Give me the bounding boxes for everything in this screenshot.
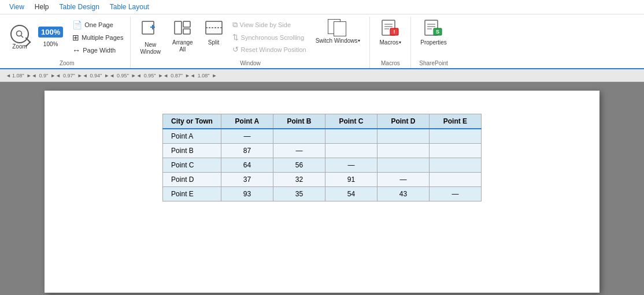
table-header-2: Point B	[273, 114, 325, 129]
table-row: Point C6456—	[163, 158, 482, 173]
ruler-arrow-left: ◄	[6, 73, 11, 79]
new-window-button[interactable]: NewWindow	[135, 17, 165, 58]
table-row: Point D373291—	[163, 173, 482, 187]
ribbon-group-sharepoint: S Properties SharePoint	[411, 17, 456, 68]
zoom-100-label: 100%	[43, 41, 58, 48]
ruler-m8: 1.08"	[198, 73, 210, 79]
table-cell-4-5: —	[429, 187, 481, 201]
sync-scroll-button: ⇅ Synchronous Scrolling	[230, 32, 309, 43]
split-button[interactable]: Split	[200, 17, 228, 48]
macros-label: Macros ▾	[379, 39, 401, 46]
ruler-m1: 1.08"	[12, 73, 24, 79]
switch-windows-button[interactable]: Switch Windows ▾	[311, 17, 365, 46]
ruler-sep2: ►◄	[50, 73, 61, 79]
ruler-m3: 0.97"	[63, 73, 75, 79]
table-cell-2-0: Point C	[163, 158, 221, 173]
zoom-100-button[interactable]: 100% 100%	[35, 24, 66, 50]
window-group-label: Window	[240, 60, 261, 68]
ruler-m2: 0.9"	[39, 73, 48, 79]
ribbon: Zoom 100% 100% 📄 One Page ⊞ Multiple Pag…	[0, 14, 644, 69]
ribbon-group-window: NewWindow ArrangeAll	[131, 17, 370, 68]
macros-button[interactable]: ! Macros ▾	[375, 17, 406, 48]
svg-rect-5	[175, 21, 182, 34]
content-area: City or TownPoint APoint BPoint CPoint D…	[0, 82, 644, 295]
table-cell-2-3: —	[325, 158, 377, 173]
ruler-sep4: ►◄	[104, 73, 114, 79]
one-page-label: One Page	[84, 21, 113, 28]
properties-label: Properties	[420, 39, 447, 46]
svg-rect-6	[183, 21, 190, 27]
reset-window-icon: ↺	[232, 45, 239, 54]
menu-view[interactable]: View	[5, 1, 29, 13]
arrange-all-label: ArrangeAll	[172, 39, 193, 53]
table-cell-0-2	[273, 129, 325, 144]
table-cell-0-1: —	[221, 129, 273, 144]
arrange-all-button[interactable]: ArrangeAll	[168, 17, 198, 55]
table-cell-1-1: 87	[221, 144, 273, 158]
table-cell-3-4: —	[377, 173, 429, 187]
reset-window-label: Reset Window Position	[241, 46, 306, 53]
sync-scroll-icon: ⇅	[232, 33, 239, 42]
table-cell-4-0: Point E	[163, 187, 221, 201]
switch-windows-icon	[328, 19, 349, 36]
switch-windows-label: Switch Windows ▾	[316, 38, 361, 44]
one-page-icon: 📄	[72, 20, 82, 29]
table-header-4: Point D	[377, 114, 429, 129]
new-window-icon	[141, 19, 160, 40]
table-cell-3-2: 32	[273, 173, 325, 187]
ruler-sep7: ►◄	[185, 73, 195, 79]
table-cell-2-5	[429, 158, 481, 173]
multiple-pages-button[interactable]: ⊞ Multiple Pages	[70, 32, 125, 43]
ruler-sep1: ►◄	[27, 73, 37, 79]
svg-text:S: S	[436, 29, 439, 35]
menu-help[interactable]: Help	[30, 1, 54, 13]
ruler-content: ◄ 1.08" ►◄ 0.9" ►◄ 0.97" ►◄ 0.94" ►◄ 0.9…	[6, 73, 638, 79]
data-table: City or TownPoint APoint BPoint CPoint D…	[162, 114, 482, 201]
one-page-button[interactable]: 📄 One Page	[70, 19, 125, 31]
svg-line-1	[21, 35, 24, 38]
table-cell-1-3	[325, 144, 377, 158]
table-cell-1-5	[429, 144, 481, 158]
ruler-m6: 0.95"	[144, 73, 156, 79]
reset-window-button: ↺ Reset Window Position	[230, 44, 309, 55]
table-cell-3-1: 37	[221, 173, 273, 187]
properties-button[interactable]: S Properties	[416, 17, 451, 48]
table-header-1: Point A	[221, 114, 273, 129]
split-icon	[205, 19, 223, 38]
table-cell-2-2: 56	[273, 158, 325, 173]
svg-rect-7	[183, 29, 190, 34]
switch-chevron-icon: ▾	[358, 38, 360, 43]
view-side-label: View Side by Side	[240, 21, 291, 28]
table-cell-3-5	[429, 173, 481, 187]
magnify-icon	[16, 30, 24, 38]
ruler: ◄ 1.08" ►◄ 0.9" ►◄ 0.97" ►◄ 0.94" ►◄ 0.9…	[0, 69, 644, 82]
new-window-label: NewWindow	[140, 42, 161, 55]
view-side-by-side-button: ⧉ View Side by Side	[230, 19, 309, 31]
table-cell-2-1: 64	[221, 158, 273, 173]
properties-icon: S	[423, 19, 444, 38]
table-cell-3-0: Point D	[163, 173, 221, 187]
table-cell-0-3	[325, 129, 377, 144]
table-row: Point E93355443—	[163, 187, 482, 201]
menu-bar: View Help Table Design Table Layout	[0, 0, 644, 14]
svg-point-0	[17, 31, 22, 36]
table-row: Point B87—	[163, 144, 482, 158]
ribbon-group-macros: ! Macros ▾ Macros	[370, 17, 411, 68]
multiple-pages-icon: ⊞	[72, 33, 79, 42]
table-cell-2-4	[377, 158, 429, 173]
page-width-label: Page Width	[83, 47, 116, 54]
sharepoint-group-label: SharePoint	[419, 60, 447, 68]
table-cell-0-0: Point A	[163, 129, 221, 144]
window-disabled-buttons: ⧉ View Side by Side ⇅ Synchronous Scroll…	[230, 19, 309, 55]
table-cell-1-4	[377, 144, 429, 158]
macros-group-label: Macros	[381, 60, 400, 68]
ruler-m5: 0.95"	[117, 73, 129, 79]
page-width-icon: ↔	[72, 46, 80, 55]
table-cell-3-3: 91	[325, 173, 377, 187]
menu-table-design[interactable]: Table Design	[54, 1, 103, 13]
page-width-button[interactable]: ↔ Page Width	[70, 44, 125, 56]
table-cell-1-2: —	[273, 144, 325, 158]
zoom-button[interactable]: Zoom	[8, 23, 31, 53]
table-header-5: Point E	[429, 114, 481, 129]
menu-table-layout[interactable]: Table Layout	[105, 1, 154, 13]
